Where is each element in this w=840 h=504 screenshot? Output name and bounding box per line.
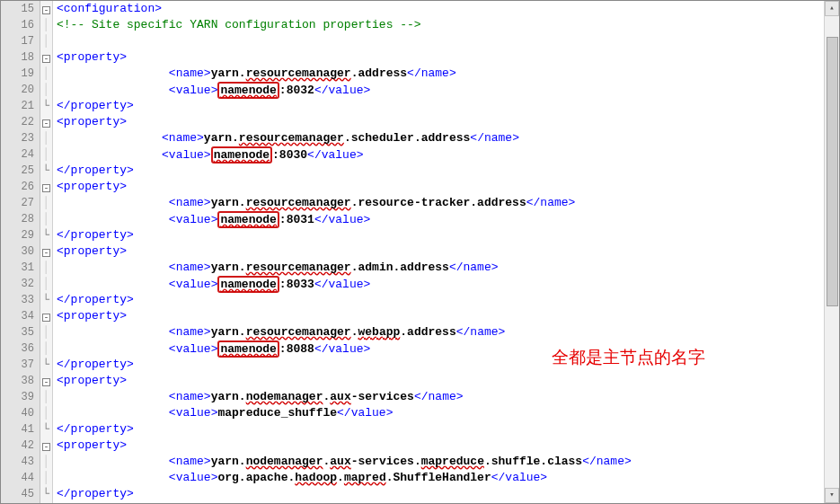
line-number: 44: [1, 470, 40, 486]
fold-marker[interactable]: │: [40, 454, 52, 470]
fold-marker[interactable]: -: [40, 373, 52, 389]
line-number: 20: [1, 82, 40, 98]
line-number: 41: [1, 421, 40, 438]
line-number: 39: [1, 389, 40, 405]
scroll-up-button[interactable]: ▴: [825, 1, 839, 16]
fold-marker[interactable]: └: [40, 292, 52, 308]
fold-marker[interactable]: │: [40, 146, 52, 163]
line-number: 35: [1, 324, 40, 340]
line-number: 19: [1, 66, 40, 82]
code-line[interactable]: <value>namenode:8033</value>: [57, 276, 824, 292]
code-line[interactable]: <property>: [57, 49, 824, 66]
fold-marker[interactable]: │: [40, 66, 52, 82]
fold-marker[interactable]: └: [40, 227, 52, 243]
code-line[interactable]: <property>: [57, 114, 824, 130]
line-number: 30: [1, 243, 40, 260]
code-area[interactable]: <configuration><!-- Site specific YARN c…: [53, 1, 824, 503]
code-line[interactable]: <value>org.apache.hadoop.mapred.ShuffleH…: [57, 470, 824, 486]
code-line[interactable]: <value>namenode:8031</value>: [57, 211, 824, 227]
line-number: 45: [1, 486, 40, 502]
fold-marker[interactable]: │: [40, 389, 52, 405]
code-line[interactable]: <name>yarn.resourcemanager.address</name…: [57, 66, 824, 82]
line-number: 32: [1, 276, 40, 292]
code-line[interactable]: <value>namenode:8032</value>: [57, 82, 824, 98]
code-line[interactable]: </property>: [57, 98, 824, 114]
line-number: 38: [1, 373, 40, 389]
line-number-gutter: 1516171819202122232425262728293031323334…: [1, 1, 40, 503]
line-number: 43: [1, 454, 40, 470]
line-number: 23: [1, 130, 40, 146]
fold-marker[interactable]: -: [40, 1, 52, 17]
fold-marker[interactable]: └: [40, 486, 52, 502]
fold-marker[interactable]: -: [40, 243, 52, 260]
code-line[interactable]: <value>mapreduce_shuffle</value>: [57, 405, 824, 421]
line-number: 27: [1, 195, 40, 211]
fold-marker[interactable]: │: [40, 324, 52, 340]
code-line[interactable]: <property>: [57, 373, 824, 389]
fold-marker[interactable]: -: [40, 308, 52, 324]
code-line[interactable]: <name>yarn.nodemanager.aux-services.mapr…: [57, 454, 824, 470]
line-number: 31: [1, 260, 40, 276]
code-line[interactable]: [57, 33, 824, 49]
line-number: 28: [1, 211, 40, 227]
line-number: 16: [1, 17, 40, 33]
code-line[interactable]: </property>: [57, 227, 824, 243]
fold-marker[interactable]: -: [40, 438, 52, 454]
annotation-text: 全都是主节点的名字: [552, 346, 705, 369]
code-line[interactable]: <name>yarn.nodemanager.aux-services</nam…: [57, 389, 824, 405]
line-number: 15: [1, 1, 40, 17]
code-line[interactable]: </property>: [57, 292, 824, 308]
fold-marker[interactable]: │: [40, 276, 52, 292]
code-line[interactable]: </property>: [57, 421, 824, 438]
line-number: 34: [1, 308, 40, 324]
code-line[interactable]: <!-- Site specific YARN configuration pr…: [57, 17, 824, 33]
code-line[interactable]: </property>: [57, 163, 824, 179]
code-line[interactable]: <property>: [57, 243, 824, 260]
code-line[interactable]: <name>yarn.resourcemanager.scheduler.add…: [57, 130, 824, 146]
fold-marker[interactable]: -: [40, 114, 52, 130]
fold-marker[interactable]: └: [40, 357, 52, 373]
code-line[interactable]: </property>: [57, 357, 824, 373]
fold-marker[interactable]: │: [40, 405, 52, 421]
code-line[interactable]: <name>yarn.resourcemanager.webapp.addres…: [57, 324, 824, 340]
fold-marker[interactable]: │: [40, 340, 52, 357]
scroll-down-button[interactable]: ▾: [825, 488, 839, 503]
code-line[interactable]: <property>: [57, 438, 824, 454]
fold-marker[interactable]: -: [40, 49, 52, 66]
scroll-thumb[interactable]: [827, 37, 838, 306]
line-number: 22: [1, 114, 40, 130]
line-number: 29: [1, 227, 40, 243]
fold-column[interactable]: -││-││└-││└-││└-││└-││└-││└-││└: [40, 1, 53, 503]
fold-marker[interactable]: └: [40, 98, 52, 114]
line-number: 36: [1, 340, 40, 357]
fold-marker[interactable]: │: [40, 470, 52, 486]
code-editor: 1516171819202122232425262728293031323334…: [0, 0, 840, 504]
fold-marker[interactable]: │: [40, 260, 52, 276]
line-number: 21: [1, 98, 40, 114]
fold-marker[interactable]: │: [40, 17, 52, 33]
line-number: 37: [1, 357, 40, 373]
code-line[interactable]: <configuration>: [57, 1, 824, 17]
line-number: 18: [1, 49, 40, 66]
code-line[interactable]: <property>: [57, 179, 824, 195]
code-line[interactable]: <name>yarn.resourcemanager.admin.address…: [57, 260, 824, 276]
fold-marker[interactable]: │: [40, 195, 52, 211]
fold-marker[interactable]: │: [40, 82, 52, 98]
fold-marker[interactable]: └: [40, 163, 52, 179]
fold-marker[interactable]: │: [40, 33, 52, 49]
line-number: 24: [1, 146, 40, 163]
line-number: 25: [1, 163, 40, 179]
code-line[interactable]: <property>: [57, 308, 824, 324]
code-line[interactable]: </property>: [57, 486, 824, 502]
fold-marker[interactable]: └: [40, 421, 52, 438]
code-line[interactable]: <value>namenode:8088</value>: [57, 340, 824, 357]
fold-marker[interactable]: │: [40, 130, 52, 146]
fold-marker[interactable]: │: [40, 211, 52, 227]
line-number: 26: [1, 179, 40, 195]
vertical-scrollbar[interactable]: ▴ ▾: [824, 1, 839, 503]
line-number: 33: [1, 292, 40, 308]
fold-marker[interactable]: -: [40, 179, 52, 195]
code-line[interactable]: <name>yarn.resourcemanager.resource-trac…: [57, 195, 824, 211]
code-line[interactable]: <value>namenode:8030</value>: [57, 146, 824, 163]
line-number: 42: [1, 438, 40, 454]
